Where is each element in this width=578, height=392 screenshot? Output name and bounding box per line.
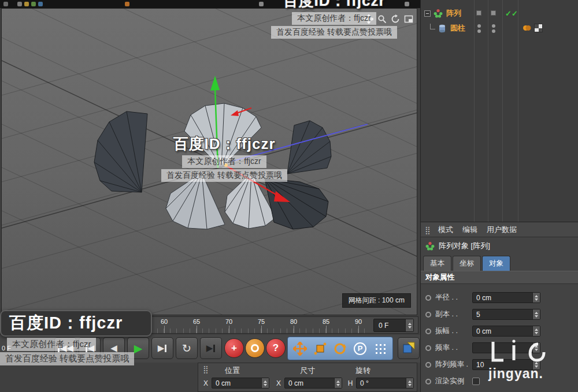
rotation-h-group: H 0 ° <box>347 378 414 389</box>
visibility-dots[interactable] <box>477 24 481 33</box>
object-label[interactable]: 阵列 <box>446 8 461 18</box>
key-pla-toggle[interactable] <box>372 340 389 357</box>
record-keyframe-button[interactable]: + <box>224 338 244 358</box>
prop-row-radius: 半径 . . 0 cm <box>421 289 578 306</box>
radius-field[interactable]: 0 cm <box>472 292 540 303</box>
menu-icon <box>31 2 36 6</box>
field-value: 10 <box>476 361 484 369</box>
enabled-check-icon[interactable]: ✓ <box>512 10 518 17</box>
viewport-nav <box>364 14 413 24</box>
loop-playback-button[interactable]: ↻ <box>176 337 198 359</box>
mesh-fan-left <box>94 111 147 192</box>
stepper[interactable] <box>532 360 540 369</box>
c4d-window: { "viewport": { "grid_spacing_label": "网… <box>0 0 578 392</box>
key-rotation-toggle[interactable] <box>331 340 349 357</box>
rotation-h-field[interactable]: 0 ° <box>356 378 414 389</box>
keyframe-ring-icon[interactable] <box>425 295 431 301</box>
pan-view-icon[interactable] <box>364 14 373 24</box>
current-frame-field[interactable]: 0 F <box>2 345 11 352</box>
stepper[interactable] <box>532 309 540 319</box>
visibility-dots[interactable] <box>492 24 495 33</box>
stepper[interactable] <box>261 378 269 388</box>
mesh-fan-back <box>184 103 261 168</box>
prop-label: 振幅 . . <box>435 326 472 336</box>
stepper[interactable] <box>406 378 413 388</box>
object-manager[interactable]: 阵列 ✓ ✓ 圆柱 <box>421 0 578 222</box>
maximize-view-icon[interactable] <box>403 14 413 24</box>
render-instances-checkbox[interactable] <box>472 378 480 385</box>
play-button[interactable]: ▶ <box>127 337 149 359</box>
coordinates-header: ⣿ 位置 尺寸 旋转 <box>198 363 417 376</box>
origin-handle[interactable] <box>224 163 228 167</box>
stepper[interactable] <box>532 326 540 336</box>
object-label[interactable]: 圆柱 <box>450 23 465 33</box>
size-x-group: X 0 cm <box>276 378 342 389</box>
next-frame-button[interactable]: ▶ <box>151 337 173 359</box>
field-value: 5 <box>476 311 480 319</box>
prop-row-copies: 副本 . . 5 <box>421 306 578 323</box>
tab-object[interactable]: 对象 <box>482 256 510 271</box>
frequency-field[interactable] <box>472 342 540 353</box>
stepper[interactable] <box>405 319 413 331</box>
zoom-view-icon[interactable] <box>377 14 387 24</box>
keyframe-ring-icon[interactable] <box>425 328 431 334</box>
keyframe-ring-icon[interactable] <box>425 379 431 384</box>
keyframe-ring-icon[interactable] <box>425 312 431 318</box>
parameter-glyph: P <box>354 342 366 355</box>
previous-key-button[interactable]: ◀ <box>79 337 101 359</box>
key-parameter-toggle[interactable]: P <box>351 340 369 357</box>
menu-icon <box>405 2 409 6</box>
amplitude-field[interactable]: 0 cm <box>472 326 540 337</box>
tick-label: 60 <box>161 318 168 325</box>
prop-row-array-frequency: 阵列频率 . 10 <box>421 356 578 373</box>
timeline-ruler[interactable]: 60 65 70 75 80 85 90 <box>2 317 370 333</box>
prop-row-render-instances: 渲染实例 <box>421 373 578 390</box>
object-row-array[interactable]: 阵列 ✓ ✓ <box>421 6 578 21</box>
stepper[interactable] <box>532 293 540 303</box>
position-x-field[interactable]: 0 cm <box>212 378 269 389</box>
menu-mode[interactable]: 模式 <box>438 225 453 235</box>
menu-userdata[interactable]: 用户数据 <box>487 225 517 235</box>
goto-start-button[interactable]: ◀◀ <box>54 337 76 359</box>
material-tag-icon[interactable] <box>523 24 531 32</box>
object-row-cylinder[interactable]: 圆柱 <box>421 21 578 36</box>
menu-icon <box>259 2 264 6</box>
array-frequency-field[interactable]: 10 <box>472 359 540 370</box>
section-object-properties[interactable]: 对象属性 <box>421 271 578 284</box>
attribute-title: 阵列对象 [阵列] <box>421 237 578 255</box>
copies-field[interactable]: 5 <box>472 309 540 320</box>
axis-label: H <box>347 379 353 387</box>
autokey-button[interactable] <box>245 338 265 358</box>
stepper[interactable] <box>532 343 540 353</box>
tick-label: 75 <box>258 318 265 325</box>
enabled-check-icon[interactable]: ✓ <box>505 10 512 17</box>
menu-edit[interactable]: 编辑 <box>462 225 477 235</box>
frame-number-field[interactable]: 0 F <box>373 319 414 332</box>
texture-tag-icon[interactable] <box>534 24 543 32</box>
rotate-view-icon[interactable] <box>390 14 400 24</box>
layer-toggle[interactable] <box>491 10 496 16</box>
size-x-field[interactable]: 0 cm <box>284 378 342 389</box>
expand-toggle-icon[interactable] <box>424 10 431 17</box>
timeline: 60 65 70 75 80 85 90 0 F <box>1 316 418 334</box>
field-value: 0 cm <box>476 327 491 335</box>
keyframe-ring-icon[interactable] <box>425 362 431 368</box>
viewport-3d[interactable]: 网格间距 : 100 cm <box>1 8 417 315</box>
key-scale-toggle[interactable] <box>312 340 329 357</box>
tab-basic[interactable]: 基本 <box>423 256 451 271</box>
position-header: 位置 <box>225 365 240 376</box>
goto-next-key-button[interactable]: ▶ <box>200 337 222 359</box>
scene-canvas[interactable] <box>2 9 417 315</box>
key-position-toggle[interactable] <box>291 340 309 357</box>
coordinate-system-button[interactable] <box>398 337 420 359</box>
help-button[interactable]: ? <box>266 338 286 358</box>
keyframe-ring-icon[interactable] <box>425 345 431 351</box>
previous-frame-button[interactable]: ◀ <box>103 337 125 359</box>
tab-coordinates[interactable]: 坐标 <box>453 256 481 271</box>
prop-label: 阵列频率 . <box>435 360 472 369</box>
panel-grip-icon: ⣿ <box>203 365 209 374</box>
stepper[interactable] <box>334 378 342 388</box>
mesh-fan-front-right <box>265 178 328 229</box>
axis-label: X <box>276 379 281 387</box>
layer-toggle[interactable] <box>476 10 481 16</box>
